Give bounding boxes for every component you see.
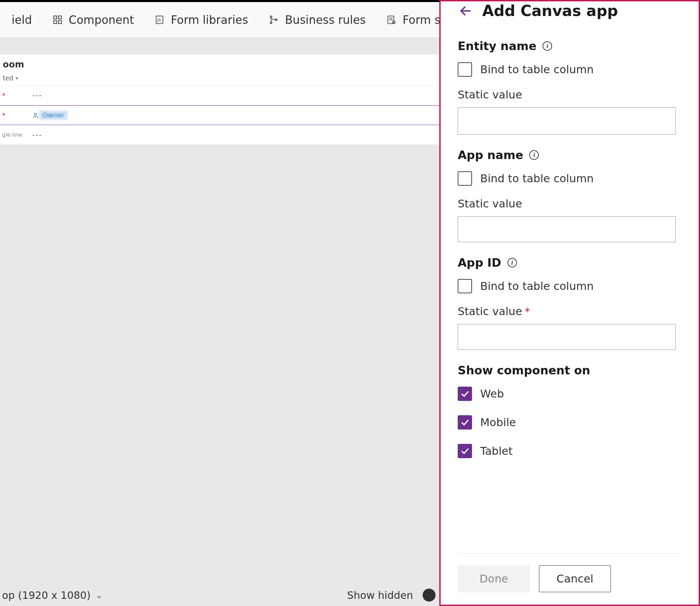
app-id-bind-checkbox[interactable]: Bind to table column	[458, 279, 681, 293]
svg-rect-1	[58, 16, 61, 19]
app-name-static-label: Static value	[458, 197, 681, 210]
form-fields: * --- * Owner gle-line ---	[0, 85, 450, 145]
show-on-web-label: Web	[480, 387, 504, 400]
toolbar-business-rules[interactable]: Business rules	[260, 10, 374, 30]
chevron-down-icon: ▾	[15, 75, 18, 81]
info-icon[interactable]: i	[543, 41, 552, 51]
chevron-down-icon: ⌄	[95, 590, 103, 600]
show-on-tablet-checkbox[interactable]: Tablet	[458, 444, 681, 458]
panel-title: Add Canvas app	[482, 2, 618, 19]
show-on-web-checkbox[interactable]: Web	[458, 387, 681, 401]
status-bar-left[interactable]: op (1920 x 1080) ⌄	[0, 584, 105, 606]
entity-name-static-input[interactable]	[458, 107, 676, 135]
form-meta-text: ted	[3, 74, 13, 82]
checkbox-icon	[458, 171, 472, 186]
branch-icon	[268, 14, 279, 26]
show-on-mobile-label: Mobile	[480, 416, 516, 429]
svg-rect-0	[54, 16, 57, 19]
section-app-id: App ID i Bind to table column Static val…	[458, 256, 681, 350]
owner-value-redacted: Owner	[39, 110, 68, 120]
entity-name-bind-checkbox[interactable]: Bind to table column	[458, 62, 681, 77]
section-app-name: App name i Bind to table column Static v…	[458, 148, 681, 242]
status-bar-right: Show hidden	[345, 584, 438, 606]
svg-rect-3	[58, 21, 61, 24]
svg-text:JS: JS	[157, 18, 161, 22]
checkbox-icon	[458, 62, 472, 77]
form-canvas[interactable]: oom ted ▾ * --- * Owner gle-line	[0, 55, 450, 145]
app-id-bind-label: Bind to table column	[480, 280, 594, 293]
required-asterisk-icon: *	[525, 306, 530, 317]
entity-name-bind-label: Bind to table column	[480, 63, 594, 76]
info-icon[interactable]: i	[507, 258, 517, 267]
form-field-row[interactable]: * ---	[0, 86, 450, 105]
field-placeholder-dots: ---	[32, 130, 42, 139]
field-placeholder-dots: ---	[32, 91, 42, 99]
done-button: Done	[458, 565, 530, 592]
svg-rect-2	[54, 21, 57, 24]
checkbox-checked-icon	[458, 415, 472, 430]
app-id-static-input[interactable]	[458, 324, 676, 350]
app-name-static-input[interactable]	[458, 216, 676, 242]
app-id-static-label: Static value	[458, 305, 522, 318]
viewport-label: op (1920 x 1080)	[2, 589, 91, 601]
show-hidden-label: Show hidden	[347, 589, 413, 601]
form-field-owner-row[interactable]: * Owner	[0, 105, 450, 125]
toolbar-field-label: ield	[12, 13, 32, 27]
app-id-label: App ID	[458, 256, 501, 269]
toolbar-business-rules-label: Business rules	[285, 13, 366, 27]
info-icon[interactable]: i	[529, 150, 539, 160]
toolbar-component-label: Component	[69, 13, 134, 27]
section-show-component-on: Show component on Web Mobile Tablet	[458, 363, 681, 458]
checkbox-checked-icon	[458, 444, 472, 458]
checkbox-checked-icon	[458, 387, 472, 401]
entity-name-label: Entity name	[458, 39, 536, 53]
field-hint-fragment: gle-line	[2, 131, 22, 138]
cancel-button[interactable]: Cancel	[539, 565, 611, 592]
toolbar-form-libraries[interactable]: JS Form libraries	[146, 10, 256, 30]
svg-point-6	[270, 16, 272, 18]
app-name-bind-label: Bind to table column	[480, 172, 594, 185]
app-name-label: App name	[458, 148, 523, 162]
form-title-fragment: oom	[0, 55, 450, 74]
toolbar-add-field[interactable]: ield	[3, 10, 40, 30]
show-on-tablet-label: Tablet	[480, 445, 513, 457]
app-name-bind-checkbox[interactable]: Bind to table column	[458, 171, 681, 186]
show-on-label: Show component on	[458, 363, 590, 377]
toolbar-form-libraries-label: Form libraries	[171, 13, 248, 27]
show-on-mobile-checkbox[interactable]: Mobile	[458, 415, 681, 430]
form-meta-row[interactable]: ted ▾	[0, 74, 450, 85]
entity-name-static-label: Static value	[458, 88, 681, 101]
form-settings-icon	[385, 14, 397, 26]
section-entity-name: Entity name i Bind to table column Stati…	[458, 39, 681, 135]
component-icon	[52, 14, 63, 26]
checkbox-icon	[458, 279, 472, 293]
back-button[interactable]	[458, 3, 473, 19]
form-field-row[interactable]: gle-line ---	[0, 125, 450, 145]
svg-point-13	[34, 113, 37, 115]
svg-point-8	[275, 19, 277, 21]
svg-point-7	[270, 22, 272, 24]
toolbar-add-component[interactable]: Component	[44, 10, 142, 30]
person-icon	[32, 112, 39, 119]
js-file-icon: JS	[154, 14, 165, 26]
toggle-knob-icon[interactable]	[423, 589, 436, 602]
add-canvas-app-panel: Add Canvas app Entity name i Bind to tab…	[439, 0, 700, 606]
panel-footer: Done Cancel	[458, 553, 681, 605]
